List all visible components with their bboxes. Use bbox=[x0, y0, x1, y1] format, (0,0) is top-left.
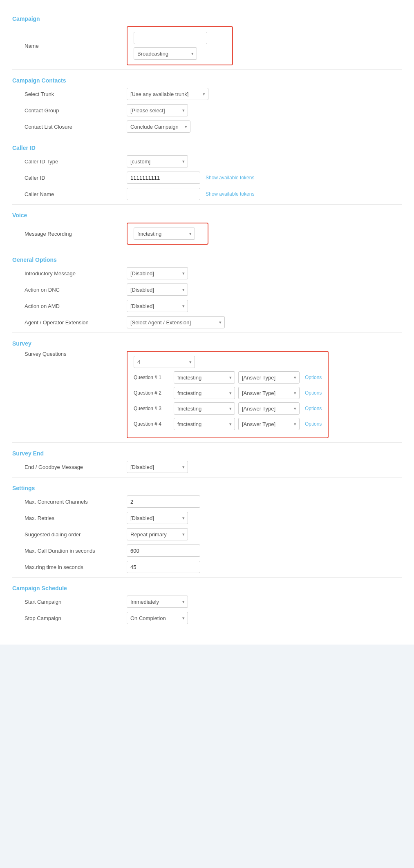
q2-options-link[interactable]: Options bbox=[305, 390, 322, 396]
introductory-message-wrapper: [Disabled] bbox=[127, 267, 188, 279]
campaign-name-red-group: Broadcasting Predictive Preview Progress… bbox=[127, 26, 233, 65]
message-recording-select[interactable]: fmctesting bbox=[134, 228, 195, 240]
contact-list-closure-label: Contact List Closure bbox=[25, 124, 127, 130]
q4-options-link[interactable]: Options bbox=[305, 421, 322, 427]
q3-recording-wrapper: fmctesting bbox=[174, 402, 235, 415]
stop-campaign-select[interactable]: On Completion Scheduled bbox=[127, 612, 188, 624]
survey-section-title: Survey bbox=[12, 340, 402, 347]
action-dnc-wrapper: [Disabled] bbox=[127, 283, 188, 296]
q1-recording-wrapper: fmctesting bbox=[174, 371, 235, 384]
q1-recording-select[interactable]: fmctesting bbox=[174, 371, 235, 384]
action-dnc-select[interactable]: [Disabled] bbox=[127, 283, 188, 296]
survey-questions-count-row: 12345 bbox=[134, 356, 322, 368]
caller-id-type-select[interactable]: [custom] Random Sequential bbox=[127, 155, 188, 167]
q4-answer-type-wrapper: [Answer Type] Yes/No Multiple Choice bbox=[238, 418, 300, 430]
question1-label: Question # 1 bbox=[134, 375, 170, 380]
campaign-name-input[interactable] bbox=[134, 32, 207, 44]
agent-extension-row: Agent / Operator Extension [Select Agent… bbox=[12, 316, 402, 328]
page-container: Campaign Name Broadcasting Predictive Pr… bbox=[0, 0, 414, 645]
q4-recording-select[interactable]: fmctesting bbox=[174, 418, 235, 430]
start-campaign-wrapper: Immediately Scheduled bbox=[127, 596, 188, 608]
q4-answer-type-select[interactable]: [Answer Type] Yes/No Multiple Choice bbox=[238, 418, 300, 430]
action-amd-select[interactable]: [Disabled] bbox=[127, 300, 188, 312]
caller-id-input[interactable] bbox=[127, 172, 200, 184]
caller-name-input[interactable] bbox=[127, 188, 200, 200]
caller-name-label: Caller Name bbox=[25, 191, 127, 197]
campaign-name-label: Name bbox=[25, 43, 127, 49]
start-campaign-row: Start Campaign Immediately Scheduled bbox=[12, 596, 402, 608]
max-call-duration-control bbox=[127, 544, 200, 557]
q3-answer-type-select[interactable]: [Answer Type] Yes/No Multiple Choice bbox=[238, 402, 300, 415]
q4-recording-wrapper: fmctesting bbox=[174, 418, 235, 430]
action-dnc-label: Action on DNC bbox=[25, 287, 127, 293]
agent-extension-wrapper: [Select Agent / Extension] bbox=[127, 316, 225, 328]
contact-list-closure-select[interactable]: Conclude Campaign bbox=[127, 120, 190, 133]
max-call-duration-input[interactable] bbox=[127, 544, 200, 557]
survey-control: 12345 Question # 1 fmctesting [Answer T bbox=[127, 351, 329, 438]
agent-extension-control: [Select Agent / Extension] bbox=[127, 316, 225, 328]
contact-group-select[interactable]: [Please select] bbox=[127, 104, 188, 116]
message-recording-label: Message Recording bbox=[25, 231, 127, 237]
caller-id-type-wrapper: [custom] Random Sequential bbox=[127, 155, 188, 167]
select-trunk-label: Select Trunk bbox=[25, 91, 127, 97]
select-trunk-select[interactable]: [Use any available trunk] bbox=[127, 88, 208, 100]
campaign-name-control: Broadcasting Predictive Preview Progress… bbox=[127, 26, 233, 65]
caller-id-row: Caller ID Show available tokens bbox=[12, 172, 402, 184]
start-campaign-label: Start Campaign bbox=[25, 599, 127, 605]
settings-section-title: Settings bbox=[12, 485, 402, 491]
q1-options-link[interactable]: Options bbox=[305, 375, 322, 380]
survey-questions-label: Survey Questions bbox=[25, 351, 127, 357]
agent-extension-select[interactable]: [Select Agent / Extension] bbox=[127, 316, 225, 328]
caller-name-row: Caller Name Show available tokens bbox=[12, 188, 402, 200]
q3-answer-type-wrapper: [Answer Type] Yes/No Multiple Choice bbox=[238, 402, 300, 415]
max-ring-time-input[interactable] bbox=[127, 561, 200, 573]
survey-questions-count-wrapper: 12345 bbox=[134, 356, 195, 368]
max-call-duration-row: Max. Call Duration in seconds bbox=[12, 544, 402, 557]
max-retries-select[interactable]: [Disabled] 123 bbox=[127, 512, 188, 524]
caller-id-label: Caller ID bbox=[25, 175, 127, 181]
introductory-message-row: Introductory Message [Disabled] bbox=[12, 267, 402, 279]
end-goodbye-label: End / Goodbye Message bbox=[25, 464, 127, 470]
q1-answer-type-select[interactable]: [Answer Type] Yes/No Multiple Choice bbox=[238, 371, 300, 384]
question1-row: Question # 1 fmctesting [Answer Type] Ye… bbox=[134, 371, 322, 384]
campaign-contacts-section-title: Campaign Contacts bbox=[12, 77, 402, 84]
survey-questions-count-select[interactable]: 12345 bbox=[134, 356, 195, 368]
q1-answer-type-wrapper: [Answer Type] Yes/No Multiple Choice bbox=[238, 371, 300, 384]
action-amd-control: [Disabled] bbox=[127, 300, 188, 312]
dialing-mode-inner-row: Broadcasting Predictive Preview Progress… bbox=[134, 47, 226, 60]
suggested-dialing-select[interactable]: Repeat primary Sequential bbox=[127, 528, 188, 540]
introductory-message-select[interactable]: [Disabled] bbox=[127, 267, 188, 279]
contact-group-row: Contact Group [Please select] bbox=[12, 104, 402, 116]
caller-id-show-tokens[interactable]: Show available tokens bbox=[206, 175, 254, 181]
max-concurrent-input[interactable] bbox=[127, 495, 200, 508]
general-options-section-title: General Options bbox=[12, 257, 402, 263]
caller-name-show-tokens[interactable]: Show available tokens bbox=[206, 191, 254, 197]
action-amd-wrapper: [Disabled] bbox=[127, 300, 188, 312]
stop-campaign-label: Stop Campaign bbox=[25, 615, 127, 621]
caller-id-control: Show available tokens bbox=[127, 172, 254, 184]
suggested-dialing-row: Suggested dialing order Repeat primary S… bbox=[12, 528, 402, 540]
end-goodbye-select[interactable]: [Disabled] bbox=[127, 461, 188, 473]
action-amd-row: Action on AMD [Disabled] bbox=[12, 300, 402, 312]
contact-list-closure-row: Contact List Closure Conclude Campaign bbox=[12, 120, 402, 133]
dialing-mode-select[interactable]: Broadcasting Predictive Preview Progress… bbox=[134, 47, 197, 60]
q3-options-link[interactable]: Options bbox=[305, 406, 322, 411]
start-campaign-select[interactable]: Immediately Scheduled bbox=[127, 596, 188, 608]
introductory-message-label: Introductory Message bbox=[25, 270, 127, 277]
suggested-dialing-wrapper: Repeat primary Sequential bbox=[127, 528, 188, 540]
name-inner-row bbox=[134, 32, 226, 44]
action-amd-label: Action on AMD bbox=[25, 303, 127, 309]
start-campaign-control: Immediately Scheduled bbox=[127, 596, 188, 608]
question2-row: Question # 2 fmctesting [Answer Type] Ye… bbox=[134, 387, 322, 399]
agent-extension-label: Agent / Operator Extension bbox=[25, 319, 127, 326]
question4-label: Question # 4 bbox=[134, 421, 170, 427]
caller-id-type-label: Caller ID Type bbox=[25, 158, 127, 165]
suggested-dialing-label: Suggested dialing order bbox=[25, 531, 127, 538]
contact-list-closure-wrapper: Conclude Campaign bbox=[127, 120, 190, 133]
max-retries-label: Max. Retries bbox=[25, 515, 127, 521]
q2-recording-select[interactable]: fmctesting bbox=[174, 387, 235, 399]
max-ring-time-label: Max.ring time in seconds bbox=[25, 564, 127, 570]
q2-answer-type-select[interactable]: [Answer Type] Yes/No Multiple Choice bbox=[238, 387, 300, 399]
survey-end-section-title: Survey End bbox=[12, 450, 402, 457]
q3-recording-select[interactable]: fmctesting bbox=[174, 402, 235, 415]
